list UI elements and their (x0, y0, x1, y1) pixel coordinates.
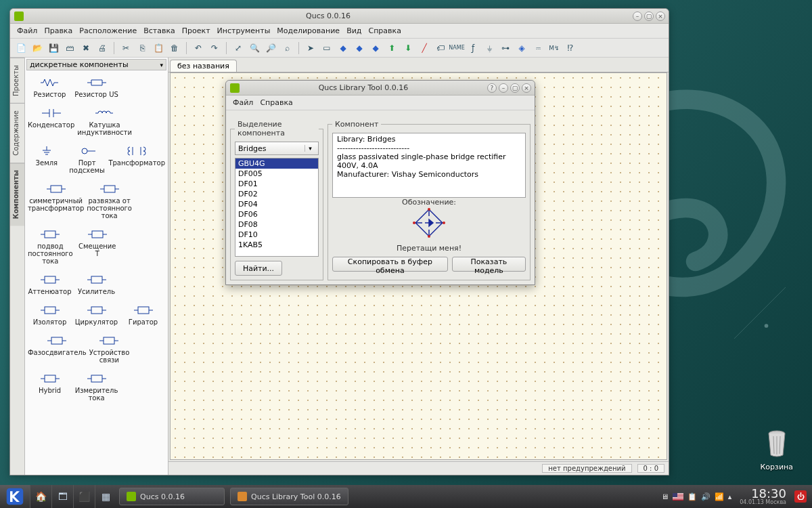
tab-projects[interactable]: Проекты (10, 58, 24, 103)
component-Фазосдвигатель[interactable]: Фазосдвигатель (26, 331, 88, 369)
open-icon[interactable]: 📂 (30, 41, 44, 55)
move-right-icon[interactable]: ◆ (369, 41, 382, 55)
component-симметричный трансформатор[interactable]: симметричный трансформатор (26, 179, 85, 225)
whatsthis-icon[interactable]: ⁉ (564, 41, 577, 55)
undo-icon[interactable]: ↶ (191, 41, 205, 55)
tray-expand-icon[interactable]: ▴ (728, 492, 732, 501)
align-bottom-icon[interactable]: ⬇ (401, 41, 415, 55)
equation-icon[interactable]: ƒ (466, 41, 480, 55)
align-top-icon[interactable]: ⬆ (385, 41, 399, 55)
clock[interactable]: 18:30 04.01.13 Москва (740, 488, 786, 505)
close-doc-icon[interactable]: ✖ (79, 41, 93, 55)
marker-icon[interactable]: M↯ (547, 41, 561, 55)
dlg-help-button[interactable]: ? (487, 83, 497, 93)
move-up-icon[interactable]: ◆ (336, 41, 350, 55)
list-item[interactable]: 1KAB5 (235, 240, 318, 250)
component-Резистор US[interactable]: Резистор US (73, 73, 120, 104)
component-Устройство связи[interactable]: Устройство связи (88, 331, 131, 369)
list-item[interactable]: DF005 (235, 169, 318, 179)
component-Земля[interactable]: Земля (26, 142, 67, 179)
tab-contents[interactable]: Содержание (10, 103, 24, 163)
delete-icon[interactable]: 🗑 (168, 41, 181, 55)
pointer-icon[interactable]: ➤ (304, 41, 317, 55)
select-rect-icon[interactable]: ▭ (320, 41, 334, 55)
menu-edit[interactable]: Правка (41, 25, 75, 37)
list-item[interactable]: DF04 (235, 199, 318, 209)
component-listbox[interactable]: GBU4GDF005DF01DF02DF04DF06DF08DF101KAB5 (235, 158, 319, 257)
zoom-fit-icon[interactable]: ⤢ (231, 41, 245, 55)
library-combo[interactable]: Bridges ▾ (235, 142, 319, 155)
dc-icon[interactable]: ⎓ (531, 41, 545, 55)
component-Hybrid[interactable]: Hybrid (26, 369, 73, 407)
component-Усилитель[interactable]: Усилитель (73, 270, 120, 301)
label-icon[interactable]: 🏷 (434, 41, 447, 55)
dlg-maximize-button[interactable]: ▢ (510, 83, 520, 93)
component-подвод постоянного тока[interactable]: подвод постоянного тока (26, 225, 74, 270)
menu-file[interactable]: Файл (14, 25, 40, 37)
component-Резистор[interactable]: Резистор (26, 73, 73, 104)
dlg-menu-file[interactable]: Файл (230, 97, 256, 108)
list-item[interactable]: DF10 (235, 230, 318, 240)
ground-icon[interactable]: ⏚ (482, 41, 496, 55)
menu-insert[interactable]: Вставка (141, 25, 178, 37)
shutdown-button[interactable]: ⏻ (794, 490, 807, 503)
list-item[interactable]: DF01 (235, 179, 318, 189)
zoom-out-icon[interactable]: 🔎 (264, 41, 277, 55)
dlg-minimize-button[interactable]: – (499, 83, 508, 93)
display-tray-icon[interactable]: 🖥 (661, 492, 669, 501)
component-Гиратор[interactable]: Гиратор (120, 301, 166, 331)
zoom-sel-icon[interactable]: ⌕ (280, 41, 294, 55)
menu-tools[interactable]: Инструменты (215, 25, 273, 37)
pager-icon[interactable]: ▦ (95, 485, 116, 508)
component-Циркулятор[interactable]: Циркулятор (73, 301, 120, 331)
layout-flag-icon[interactable] (673, 493, 683, 501)
component-Конденсатор[interactable]: Конденсатор (26, 104, 76, 142)
component-Изолятор[interactable]: Изолятор (26, 301, 73, 331)
component-Аттенюатор[interactable]: Аттенюатор (26, 270, 73, 301)
kde-start-button[interactable] (0, 485, 30, 508)
clipboard-tray-icon[interactable]: 📋 (687, 492, 697, 501)
dlg-menu-help[interactable]: Справка (257, 97, 295, 108)
menu-layout[interactable]: Расположение (76, 25, 139, 37)
wire-icon[interactable]: ╱ (418, 41, 431, 55)
category-combo[interactable]: дискретные компоненты ▾ (26, 59, 166, 70)
paste-icon[interactable]: 📋 (152, 41, 165, 55)
dialog-titlebar[interactable]: Qucs Library Tool 0.0.16 ? – ▢ × (226, 81, 535, 96)
list-item[interactable]: DF02 (235, 189, 318, 199)
simulate-icon[interactable]: ◈ (515, 41, 528, 55)
component-развязка от постоянного тока[interactable]: развязка от постоянного тока (85, 179, 133, 225)
list-item[interactable]: DF08 (235, 219, 318, 230)
zoom-in-icon[interactable]: 🔍 (248, 41, 261, 55)
show-model-button[interactable]: Показать модель (452, 257, 526, 272)
show-desktop-icon[interactable]: 🏠 (30, 485, 51, 508)
new-icon[interactable]: 📄 (14, 41, 28, 55)
print-icon[interactable]: 🖨 (95, 41, 109, 55)
menu-project[interactable]: Проект (179, 25, 213, 37)
maximize-button[interactable]: ▢ (644, 12, 654, 21)
port-icon[interactable]: ⊶ (499, 41, 512, 55)
component-Порт подсхемы[interactable]: Порт подсхемы (67, 142, 108, 179)
menu-view[interactable]: Вид (344, 25, 364, 37)
doc-tab-untitled[interactable]: без названия (170, 60, 237, 72)
volume-tray-icon[interactable]: 🔊 (701, 492, 710, 501)
list-item[interactable]: DF06 (235, 209, 318, 219)
list-item[interactable]: GBU4G (235, 158, 318, 169)
konsole-icon[interactable]: ⬛ (73, 485, 95, 508)
component-Измеритель тока[interactable]: Измеритель тока (73, 369, 120, 407)
dolphin-icon[interactable]: 🗔 (51, 485, 73, 508)
name-tag-icon[interactable]: NAME (450, 41, 464, 55)
tab-components[interactable]: Компоненты (10, 163, 24, 226)
component-Катушка индуктивности[interactable]: Катушка индуктивности (76, 104, 133, 142)
menu-sim[interactable]: Моделирование (274, 25, 342, 37)
redo-icon[interactable]: ↷ (208, 41, 221, 55)
menu-help[interactable]: Справка (365, 25, 403, 37)
move-left-icon[interactable]: ◆ (353, 41, 366, 55)
cut-icon[interactable]: ✂ (119, 41, 133, 55)
component-Смещение Т[interactable]: Смещение Т (74, 225, 120, 270)
desktop-trash[interactable]: Корзина (761, 429, 793, 471)
copy-icon[interactable]: ⎘ (135, 41, 149, 55)
bridge-rectifier-symbol-icon[interactable] (409, 207, 449, 239)
close-button[interactable]: × (656, 12, 665, 21)
saveall-icon[interactable]: 🗃 (63, 41, 76, 55)
task-qucs[interactable]: Qucs 0.0.16 (119, 488, 225, 505)
